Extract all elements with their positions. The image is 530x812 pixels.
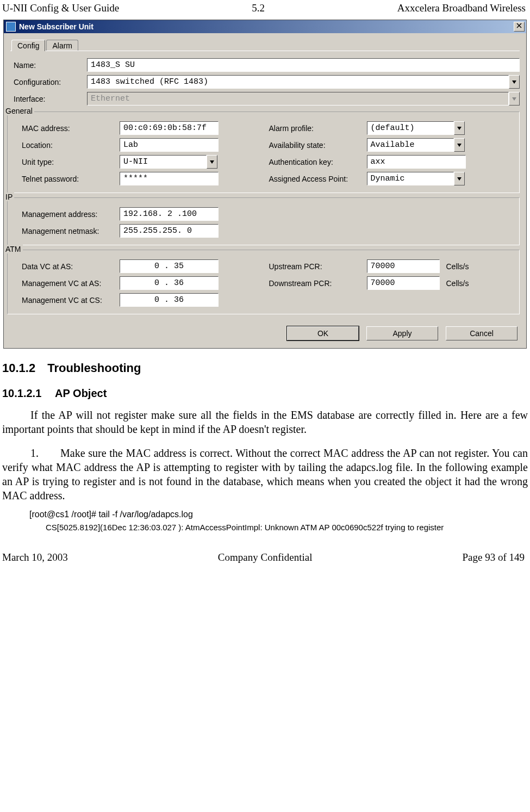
input-auth-key[interactable]: axx: [367, 155, 466, 169]
dialog-window: New Subscriber Unit Config Alarm Name: 1…: [3, 20, 527, 349]
apply-button[interactable]: Apply: [366, 326, 438, 340]
unit-downstream: Cells/s: [446, 279, 469, 288]
combo-alarm-profile[interactable]: (default): [367, 121, 465, 135]
window-title: New Subscriber Unit: [19, 22, 93, 31]
chevron-down-icon: [457, 127, 462, 130]
heading-ap-object: 10.1.2.1 AP Object: [2, 386, 528, 400]
tab-config[interactable]: Config: [11, 40, 45, 51]
input-data-vc-as[interactable]: 0 . 35: [120, 259, 219, 273]
legend-general: General: [5, 107, 34, 115]
tab-alarm[interactable]: Alarm: [46, 40, 78, 51]
header-center: 5.2: [252, 2, 265, 14]
input-name[interactable]: 1483_S SU: [87, 58, 520, 72]
title-bar[interactable]: New Subscriber Unit: [4, 20, 526, 33]
unit-upstream: Cells/s: [446, 262, 469, 271]
svg-marker-4: [210, 160, 214, 164]
label-alarm-profile: Alarm profile:: [264, 124, 367, 133]
dropdown-assigned-ap[interactable]: [454, 172, 465, 185]
heading-troubleshooting: 10.1.2 Troubleshooting: [2, 361, 528, 376]
input-unit-type[interactable]: U-NII: [120, 155, 207, 169]
cancel-button[interactable]: Cancel: [446, 326, 517, 340]
combo-availability[interactable]: Available: [367, 138, 465, 152]
legend-atm: ATM: [5, 245, 23, 253]
input-telnet[interactable]: *****: [120, 172, 219, 185]
group-general: General MAC address: 00:c0:69:0b:58:7f L…: [7, 111, 520, 193]
svg-marker-5: [457, 127, 462, 130]
chevron-down-icon: [512, 97, 516, 101]
chevron-down-icon: [457, 177, 462, 181]
paragraph-intro: If the AP will not register make sure al…: [2, 408, 528, 436]
label-mgmt-mask: Management netmask:: [12, 227, 120, 235]
close-icon: [516, 23, 522, 28]
label-location: Location:: [12, 141, 120, 150]
dropdown-unit-type[interactable]: [207, 155, 217, 169]
svg-marker-2: [512, 80, 516, 84]
combo-assigned-ap[interactable]: Dynamic: [367, 172, 465, 185]
input-mgmt-vc-cs[interactable]: 0 . 36: [120, 293, 219, 307]
chevron-down-icon: [457, 144, 462, 147]
input-interface: Ethernet: [87, 92, 509, 106]
button-row: OK Apply Cancel: [10, 318, 520, 340]
window-icon: [6, 22, 16, 32]
label-auth-key: Authentication key:: [264, 158, 367, 166]
input-upstream-pcr[interactable]: 70000: [367, 259, 440, 273]
footer-confidential: Company Confidential: [218, 551, 313, 563]
row-interface: Interface: Ethernet: [10, 90, 520, 107]
footer-page: Page 93 of 149: [462, 551, 525, 563]
label-assigned-ap: Assigned Access Point:: [264, 175, 367, 183]
row-name: Name: 1483_S SU: [10, 57, 520, 73]
label-name: Name:: [10, 61, 87, 70]
label-mgmt-vc-as: Management VC at AS:: [12, 279, 120, 288]
dropdown-alarm-profile[interactable]: [454, 121, 465, 135]
input-mgmt-addr[interactable]: 192.168. 2 .100: [120, 207, 219, 221]
group-ip: IP Management address: 192.168. 2 .100 M…: [7, 197, 520, 245]
page-footer: March 10, 2003 Company Confidential Page…: [0, 535, 530, 567]
label-configuration: Configuration:: [10, 78, 87, 86]
header-left: U-NII Config & User Guide: [2, 2, 119, 14]
input-alarm-profile[interactable]: (default): [367, 121, 454, 135]
tab-strip: Config Alarm: [11, 40, 520, 51]
ok-button[interactable]: OK: [287, 326, 359, 340]
close-button[interactable]: [514, 22, 525, 32]
label-downstream-pcr: Downstream PCR:: [264, 279, 367, 288]
label-unit-type: Unit type:: [12, 158, 120, 166]
svg-marker-6: [457, 144, 462, 147]
input-assigned-ap[interactable]: Dynamic: [367, 172, 454, 185]
input-location[interactable]: Lab: [120, 138, 219, 152]
code-command: [root@cs1 /root]# tail -f /var/log/adapc…: [29, 509, 528, 520]
label-mgmt-vc-cs: Management VC at CS:: [12, 296, 120, 305]
label-availability: Availability state:: [264, 141, 367, 150]
input-mgmt-vc-as[interactable]: 0 . 36: [120, 276, 219, 290]
input-mgmt-mask[interactable]: 255.255.255. 0: [120, 224, 219, 238]
legend-ip: IP: [5, 193, 14, 201]
input-mac[interactable]: 00:c0:69:0b:58:7f: [120, 121, 219, 135]
label-interface: Interface:: [10, 95, 87, 103]
footer-date: March 10, 2003: [2, 551, 68, 563]
svg-marker-7: [457, 177, 462, 181]
label-data-vc-as: Data VC at AS:: [12, 262, 120, 271]
combo-unit-type[interactable]: U-NII: [120, 155, 217, 169]
paragraph-step1: 1. Make sure the MAC address is correct.…: [2, 446, 528, 503]
header-right: Axxcelera Broadband Wireless: [397, 2, 526, 14]
label-upstream-pcr: Upstream PCR:: [264, 262, 367, 271]
dropdown-interface: [509, 92, 520, 106]
combo-interface: Ethernet: [87, 92, 520, 106]
tab-content: Name: 1483_S SU Configuration: 1483 swit…: [10, 51, 520, 340]
chevron-down-icon: [210, 160, 214, 164]
page-header: U-NII Config & User Guide 5.2 Axxcelera …: [0, 0, 530, 20]
dropdown-configuration[interactable]: [509, 75, 520, 89]
input-downstream-pcr[interactable]: 70000: [367, 276, 440, 290]
input-configuration[interactable]: 1483 switched (RFC 1483): [87, 75, 509, 89]
label-mac: MAC address:: [12, 124, 120, 133]
document-text: 10.1.2 Troubleshooting 10.1.2.1 AP Objec…: [0, 361, 530, 533]
svg-marker-3: [512, 97, 516, 101]
combo-configuration[interactable]: 1483 switched (RFC 1483): [87, 75, 520, 89]
row-configuration: Configuration: 1483 switched (RFC 1483): [10, 73, 520, 90]
group-atm: ATM Data VC at AS: 0 . 35 Management VC …: [7, 250, 520, 314]
dialog-body: Config Alarm Name: 1483_S SU Configurati…: [4, 33, 526, 348]
label-telnet: Telnet password:: [12, 175, 120, 183]
chevron-down-icon: [512, 80, 516, 84]
code-output: CS[5025.8192](16Dec 12:36:03.027 ): AtmA…: [46, 522, 528, 533]
input-availability[interactable]: Available: [367, 138, 454, 152]
dropdown-availability[interactable]: [454, 138, 465, 152]
